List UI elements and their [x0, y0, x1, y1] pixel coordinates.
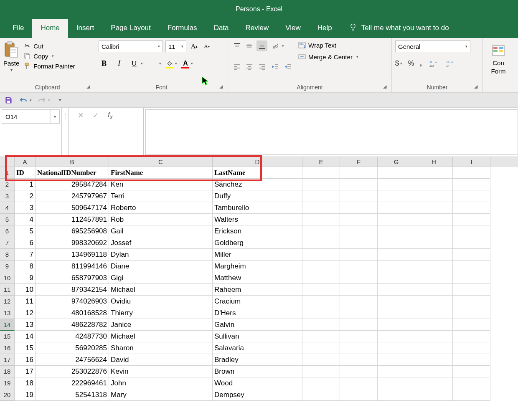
tell-me[interactable]: Tell me what you want to do: [349, 23, 449, 38]
cell[interactable]: [453, 366, 490, 377]
cell[interactable]: Diane: [109, 261, 213, 272]
format-painter-button[interactable]: Format Painter: [22, 61, 76, 71]
row-header[interactable]: 18: [0, 366, 15, 377]
cell[interactable]: [340, 296, 378, 307]
cell[interactable]: 811994146: [36, 261, 109, 272]
cell[interactable]: Erickson: [213, 225, 302, 237]
align-right-button[interactable]: [256, 61, 267, 72]
merge-center-button[interactable]: Merge & Center ▾: [298, 53, 358, 61]
cell[interactable]: [340, 272, 378, 284]
cell[interactable]: [302, 272, 340, 284]
cell[interactable]: 4: [15, 214, 36, 225]
row-header[interactable]: 2: [0, 179, 15, 190]
row-header[interactable]: 6: [0, 225, 15, 237]
cell[interactable]: [302, 354, 340, 366]
row-header[interactable]: 16: [0, 342, 15, 354]
alignment-dialog-launcher[interactable]: ◢: [383, 84, 389, 90]
cell[interactable]: [415, 307, 453, 319]
cell[interactable]: Salavaria: [213, 342, 302, 354]
cell[interactable]: [453, 272, 490, 284]
decrease-font-button[interactable]: A▾: [201, 41, 212, 52]
cell[interactable]: [453, 389, 490, 401]
cell[interactable]: Gail: [109, 225, 213, 237]
cell[interactable]: Thierry: [109, 307, 213, 319]
cell[interactable]: [415, 319, 453, 331]
row-header[interactable]: 10: [0, 272, 15, 284]
cell[interactable]: [340, 307, 378, 319]
enter-formula-button[interactable]: ✓: [93, 111, 99, 120]
cell[interactable]: [453, 202, 490, 214]
cell[interactable]: [340, 225, 378, 237]
cell[interactable]: [415, 225, 453, 237]
column-header-A[interactable]: A: [15, 157, 36, 167]
row-header[interactable]: 9: [0, 261, 15, 272]
accounting-format-button[interactable]: $▾: [395, 60, 402, 67]
cell[interactable]: [340, 342, 378, 354]
cell[interactable]: [453, 377, 490, 389]
cell[interactable]: [378, 307, 415, 319]
redo-button[interactable]: ▾: [37, 95, 50, 105]
cell[interactable]: Goldberg: [213, 237, 302, 249]
cell[interactable]: ID: [15, 167, 36, 179]
cancel-formula-button[interactable]: ✕: [78, 111, 84, 120]
row-header[interactable]: 20: [0, 389, 15, 401]
cell[interactable]: [302, 284, 340, 296]
cell[interactable]: 15: [15, 342, 36, 354]
cell[interactable]: David: [109, 354, 213, 366]
row-header[interactable]: 8: [0, 249, 15, 261]
cell[interactable]: Kevin: [109, 366, 213, 377]
cell[interactable]: [302, 225, 340, 237]
tab-help[interactable]: Help: [309, 19, 340, 38]
column-header-H[interactable]: H: [415, 157, 453, 167]
tab-page-layout[interactable]: Page Layout: [102, 19, 159, 38]
cell[interactable]: Duffy: [213, 190, 302, 202]
row-header[interactable]: 11: [0, 284, 15, 296]
cell[interactable]: [415, 237, 453, 249]
cell[interactable]: 52541318: [36, 389, 109, 401]
column-header-C[interactable]: C: [109, 157, 213, 167]
cell[interactable]: [302, 307, 340, 319]
cell[interactable]: [453, 214, 490, 225]
cell[interactable]: LastName: [213, 167, 302, 179]
formula-bar-expand[interactable]: ⋮: [62, 108, 69, 157]
cell[interactable]: [378, 202, 415, 214]
cell[interactable]: [378, 342, 415, 354]
cell[interactable]: [340, 377, 378, 389]
cell[interactable]: [415, 261, 453, 272]
customize-qat-button[interactable]: ▾: [55, 95, 65, 105]
cell[interactable]: Ovidiu: [109, 296, 213, 307]
decrease-decimal-button[interactable]: .00.0: [444, 58, 455, 69]
select-all-button[interactable]: [0, 157, 15, 167]
cell[interactable]: Sullivan: [213, 331, 302, 342]
cell[interactable]: Wood: [213, 377, 302, 389]
align-left-button[interactable]: [231, 61, 242, 72]
cell[interactable]: [415, 249, 453, 261]
cell[interactable]: 12: [15, 307, 36, 319]
underline-button[interactable]: U▾: [129, 58, 143, 69]
row-header[interactable]: 5: [0, 214, 15, 225]
cell[interactable]: Matthew: [213, 272, 302, 284]
row-header[interactable]: 19: [0, 377, 15, 389]
cell[interactable]: FirstName: [109, 167, 213, 179]
cell[interactable]: 998320692: [36, 237, 109, 249]
cell[interactable]: Michael: [109, 331, 213, 342]
cell[interactable]: [340, 284, 378, 296]
tab-formulas[interactable]: Formulas: [159, 19, 206, 38]
cell[interactable]: [378, 272, 415, 284]
cell[interactable]: Mary: [109, 389, 213, 401]
tab-data[interactable]: Data: [206, 19, 237, 38]
cell[interactable]: [340, 179, 378, 190]
number-format-combo[interactable]: General ▾: [395, 40, 470, 52]
cell[interactable]: Terri: [109, 190, 213, 202]
column-header-E[interactable]: E: [302, 157, 340, 167]
orientation-button[interactable]: ab ▾: [270, 40, 284, 51]
cell[interactable]: 24756624: [36, 354, 109, 366]
cell[interactable]: Janice: [109, 319, 213, 331]
tab-review[interactable]: Review: [237, 19, 277, 38]
cell[interactable]: 480168528: [36, 307, 109, 319]
number-dialog-launcher[interactable]: ◢: [474, 84, 480, 90]
cell[interactable]: [302, 249, 340, 261]
cell[interactable]: 658797903: [36, 272, 109, 284]
cell[interactable]: [453, 296, 490, 307]
cell[interactable]: 9: [15, 272, 36, 284]
